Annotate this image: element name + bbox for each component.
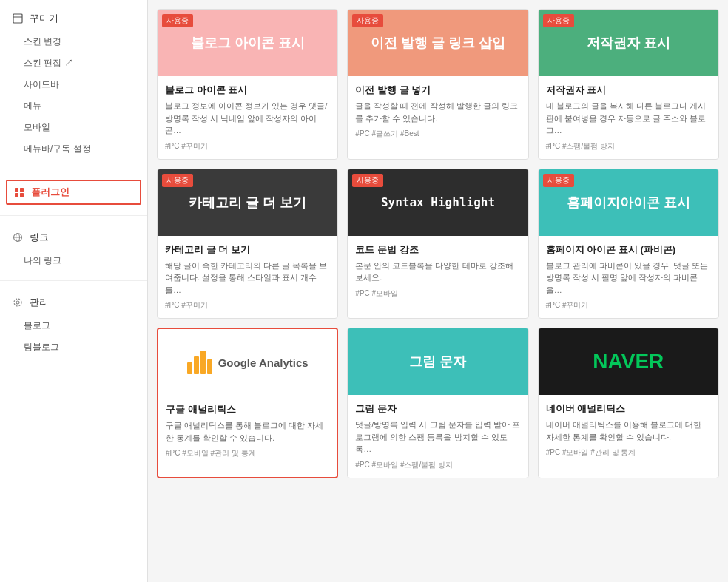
plugin-thumb-homepage-icon: 사용중홈페이지아이콘 표시 <box>539 169 718 236</box>
plugin-card-title-syntax-highlight: 코드 문법 강조 <box>355 243 520 257</box>
sidebar-sub-mylink[interactable]: 나의 링크 <box>0 250 147 271</box>
plugin-card-prev-post[interactable]: 사용중이전 발행 글 링크 삽입이전 발행 글 넣기글을 작성할 때 전에 작성… <box>347 9 528 160</box>
link-icon <box>12 231 24 243</box>
plugin-card-tags-copyright: #PC #스팸/불펌 방지 <box>546 141 711 152</box>
plugin-thumb-image-captcha: 그림 문자 <box>348 328 528 395</box>
plugin-card-desc-homepage-icon: 블로그 관리에 파비콘이 있을 경우, 댓글 또는 방명록 작성 시 필명 앞에… <box>546 260 711 297</box>
sidebar-divider-1 <box>0 169 147 169</box>
gear-icon <box>12 297 24 308</box>
plugin-thumb-category-more: 사용중카테고리 글 더 보기 <box>158 169 337 236</box>
plugin-card-desc-category-more: 해당 글이 속한 카테고리의 다른 글 목록을 보여줍니다. 설정을 통해 스타… <box>165 260 330 297</box>
sidebar-sub-skin-edit[interactable]: 스킨 편집 ↗ <box>0 53 147 74</box>
plugin-card-desc-naver-analytics: 네이버 애널리틱스를 이용해 블로그에 대한 자세한 통계를 확인할 수 있습니… <box>546 419 711 443</box>
sidebar-sub-teamblog[interactable]: 팀블로그 <box>0 336 147 358</box>
sidebar-item-decorate[interactable]: 꾸미기 <box>0 6 147 31</box>
plugin-card-homepage-icon[interactable]: 사용중홈페이지아이콘 표시홈페이지 아이콘 표시 (파비콘)블로그 관리에 파비… <box>538 169 719 319</box>
sidebar-section-decorate: 꾸미기 스킨 변경 스킨 편집 ↗ 사이드바 메뉴 모바일 메뉴바/구독 설정 <box>0 0 147 166</box>
active-badge: 사용중 <box>352 174 383 187</box>
plugin-card-body-syntax-highlight: 코드 문법 강조본문 안의 코드블록을 다양한 테마로 강조해보세요.#PC #… <box>348 236 528 306</box>
active-badge: 사용중 <box>543 14 574 27</box>
plugin-card-blog-icon[interactable]: 사용중블로그 아이콘 표시블로그 아이콘 표시블로그 정보에 아이콘 정보가 있… <box>157 9 338 160</box>
svg-rect-2 <box>15 188 18 192</box>
plugin-card-desc-blog-icon: 블로그 정보에 아이콘 정보가 있는 경우 댓글/방명록 작성 시 닉네임 앞에… <box>165 100 330 137</box>
plugin-card-title-copyright: 저작권자 표시 <box>546 84 711 97</box>
sidebar-section-manage: 관리 블로그 팀블로그 <box>0 284 147 364</box>
plugin-card-body-blog-icon: 블로그 아이콘 표시블로그 정보에 아이콘 정보가 있는 경우 댓글/방명록 작… <box>158 76 337 159</box>
plugin-card-tags-google-analytics: #PC #모바일 #관리 및 통계 <box>166 448 329 459</box>
sidebar-item-manage-label: 관리 <box>30 296 49 309</box>
sidebar-item-link-label: 링크 <box>30 231 49 244</box>
plugin-thumb-naver-analytics: NAVER <box>539 328 718 395</box>
svg-point-9 <box>16 301 19 304</box>
plugin-card-tags-blog-icon: #PC #꾸미기 <box>165 141 330 152</box>
plugin-card-body-prev-post: 이전 발행 글 넣기글을 작성할 때 전에 작성해 발행한 글의 링크를 추가할… <box>348 76 528 146</box>
sidebar: 꾸미기 스킨 변경 스킨 편집 ↗ 사이드바 메뉴 모바일 메뉴바/구독 설정 … <box>0 0 148 582</box>
plugin-card-body-homepage-icon: 홈페이지 아이콘 표시 (파비콘)블로그 관리에 파비콘이 있을 경우, 댓글 … <box>539 236 718 319</box>
plugin-card-copyright[interactable]: 사용중저작권자 표시저작권자 표시내 블로그의 글을 복사해 다른 블로그나 게… <box>538 9 719 160</box>
sidebar-section-plugin: 플러그인 <box>0 172 147 212</box>
svg-rect-4 <box>15 193 18 197</box>
plugin-card-tags-prev-post: #PC #글쓰기 #Best <box>355 129 520 139</box>
plugin-card-image-captcha[interactable]: 그림 문자그림 문자댓글/방명록 입력 시 그림 문자를 입력 받아 프로그램에… <box>347 328 528 478</box>
plugin-card-tags-homepage-icon: #PC #꾸미기 <box>546 300 711 311</box>
sidebar-sub-menubar[interactable]: 메뉴바/구독 설정 <box>0 138 147 160</box>
plugin-card-category-more[interactable]: 사용중카테고리 글 더 보기카테고리 글 더 보기해당 글이 속한 카테고리의 … <box>157 169 338 319</box>
plugin-main: 사용중블로그 아이콘 표시블로그 아이콘 표시블로그 정보에 아이콘 정보가 있… <box>148 0 728 582</box>
sidebar-sub-mobile[interactable]: 모바일 <box>0 117 147 138</box>
sidebar-item-decorate-label: 꾸미기 <box>30 12 58 25</box>
sidebar-item-link[interactable]: 링크 <box>0 225 147 250</box>
plugin-card-naver-analytics[interactable]: NAVER네이버 애널리틱스네이버 애널리틱스를 이용해 블로그에 대한 자세한… <box>538 328 719 478</box>
paint-icon <box>12 13 24 24</box>
plugin-card-title-prev-post: 이전 발행 글 넣기 <box>355 84 520 97</box>
sidebar-item-plugin-label: 플러그인 <box>31 186 70 199</box>
svg-rect-5 <box>20 193 24 197</box>
plugin-card-body-naver-analytics: 네이버 애널리틱스네이버 애널리틱스를 이용해 블로그에 대한 자세한 통계를 … <box>539 395 718 465</box>
sidebar-divider-3 <box>0 280 147 281</box>
plugin-thumb-google-analytics: Google Analytics <box>158 329 337 396</box>
plugin-card-body-google-analytics: 구글 애널리틱스구글 애널리틱스를 통해 블로그에 대한 자세한 통계를 확인할… <box>158 396 337 466</box>
plugin-card-desc-prev-post: 글을 작성할 때 전에 작성해 발행한 글의 링크를 추가할 수 있습니다. <box>355 100 520 124</box>
plugin-card-desc-image-captcha: 댓글/방명록 입력 시 그림 문자를 입력 받아 프로그램에 의한 스팸 등록을… <box>355 419 520 456</box>
svg-point-10 <box>14 299 21 306</box>
plugin-card-title-image-captcha: 그림 문자 <box>355 402 520 416</box>
sidebar-sub-skin-change[interactable]: 스킨 변경 <box>0 31 147 53</box>
plugin-card-body-copyright: 저작권자 표시내 블로그의 글을 복사해 다른 블로그나 게시판에 붙여넣을 경… <box>539 76 718 159</box>
plugin-card-desc-google-analytics: 구글 애널리틱스를 통해 블로그에 대한 자세한 통계를 확인할 수 있습니다. <box>166 419 329 444</box>
svg-rect-3 <box>20 188 24 192</box>
plugin-card-tags-category-more: #PC #꾸미기 <box>165 300 330 311</box>
plugin-card-title-naver-analytics: 네이버 애널리틱스 <box>546 402 711 416</box>
plugin-card-tags-syntax-highlight: #PC #모바일 <box>355 288 520 299</box>
sidebar-item-plugin[interactable]: 플러그인 <box>6 180 141 205</box>
plugin-card-desc-copyright: 내 블로그의 글을 복사해 다른 블로그나 게시판에 붙여넣을 경우 자동으로 … <box>546 100 711 137</box>
sidebar-divider-2 <box>0 215 147 216</box>
plugin-card-title-homepage-icon: 홈페이지 아이콘 표시 (파비콘) <box>546 243 711 257</box>
plugin-card-body-category-more: 카테고리 글 더 보기해당 글이 속한 카테고리의 다른 글 목록을 보여줍니다… <box>158 236 337 319</box>
plugin-thumb-prev-post: 사용중이전 발행 글 링크 삽입 <box>348 10 528 76</box>
active-badge: 사용중 <box>162 174 193 187</box>
plugin-card-tags-naver-analytics: #PC #모바일 #관리 및 통계 <box>546 447 711 458</box>
sidebar-item-manage[interactable]: 관리 <box>0 290 147 315</box>
plugin-icon <box>13 186 25 198</box>
plugin-card-desc-syntax-highlight: 본문 안의 코드블록을 다양한 테마로 강조해보세요. <box>355 260 520 284</box>
plugin-card-title-google-analytics: 구글 애널리틱스 <box>166 403 329 416</box>
active-badge: 사용중 <box>162 14 193 27</box>
sidebar-sub-sidebar[interactable]: 사이드바 <box>0 74 147 95</box>
plugin-card-tags-image-captcha: #PC #모바일 #스팸/불펌 방지 <box>355 460 520 470</box>
sidebar-section-link: 링크 나의 링크 <box>0 219 147 277</box>
plugin-card-title-category-more: 카테고리 글 더 보기 <box>165 243 330 257</box>
plugin-card-body-image-captcha: 그림 문자댓글/방명록 입력 시 그림 문자를 입력 받아 프로그램에 의한 스… <box>348 395 528 478</box>
plugin-card-google-analytics[interactable]: Google Analytics구글 애널리틱스구글 애널리틱스를 통해 블로그… <box>157 328 338 478</box>
plugin-thumb-syntax-highlight: 사용중Syntax Highlight <box>348 169 528 236</box>
plugin-thumb-blog-icon: 사용중블로그 아이콘 표시 <box>158 10 337 76</box>
plugin-grid: 사용중블로그 아이콘 표시블로그 아이콘 표시블로그 정보에 아이콘 정보가 있… <box>157 9 719 478</box>
plugin-thumb-copyright: 사용중저작권자 표시 <box>539 10 718 76</box>
active-badge: 사용중 <box>352 14 383 27</box>
plugin-card-syntax-highlight[interactable]: 사용중Syntax Highlight코드 문법 강조본문 안의 코드블록을 다… <box>347 169 528 319</box>
sidebar-sub-menu[interactable]: 메뉴 <box>0 95 147 117</box>
svg-rect-0 <box>13 14 22 23</box>
sidebar-sub-blog[interactable]: 블로그 <box>0 315 147 336</box>
plugin-card-title-blog-icon: 블로그 아이콘 표시 <box>165 84 330 97</box>
active-badge: 사용중 <box>543 174 574 187</box>
